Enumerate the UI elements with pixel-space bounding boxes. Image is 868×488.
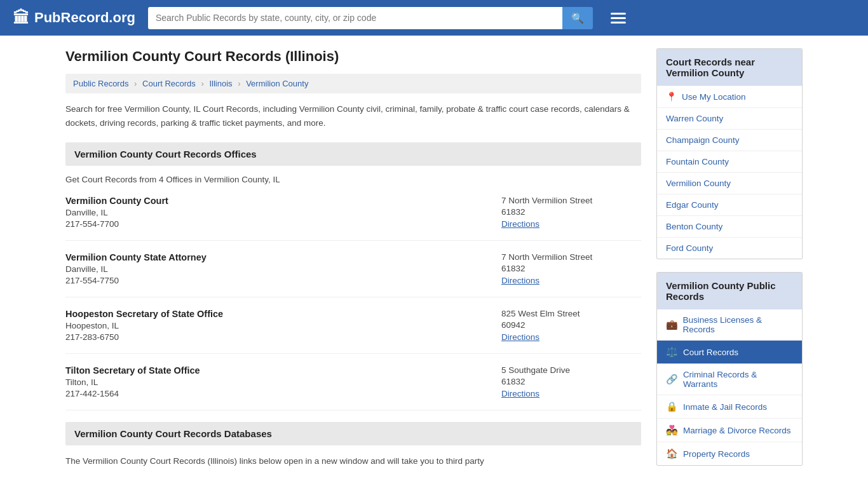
- offices-list: Vermilion County Court Danville, IL 217-…: [65, 196, 641, 410]
- pubrecords-item-0[interactable]: 💼 Business Licenses & Records: [657, 309, 802, 341]
- menu-button[interactable]: [611, 13, 626, 24]
- nearby-section: Court Records near Vermilion County 📍 Us…: [656, 48, 803, 259]
- office-address-2: 825 West Elm Street: [501, 309, 641, 318]
- office-right-3: 5 Southgate Drive 61832 Directions: [501, 365, 641, 398]
- sidebar-county-2[interactable]: Fountain County: [657, 151, 802, 173]
- use-location-label: Use My Location: [682, 92, 746, 102]
- office-entry: Tilton Secretary of State Office Tilton,…: [65, 365, 641, 410]
- office-right-0: 7 North Vermilion Street 61832 Direction…: [501, 196, 641, 229]
- office-directions-2[interactable]: Directions: [501, 332, 539, 342]
- pub-icon-3: 🔒: [666, 401, 678, 412]
- offices-section-header: Vermilion County Court Records Offices: [65, 142, 641, 166]
- pub-label-2: Criminal Records & Warrants: [683, 370, 793, 389]
- office-city-3: Tilton, IL: [65, 377, 489, 387]
- main-container: Vermilion County Court Records (Illinois…: [53, 36, 815, 481]
- pub-icon-0: 💼: [666, 319, 677, 330]
- pubrecords-item-5[interactable]: 🏠 Property Records: [657, 442, 802, 465]
- logo-text: PubRecord.org: [34, 10, 135, 26]
- databases-section-header: Vermilion County Court Records Databases: [65, 422, 641, 445]
- office-address-3: 5 Southgate Drive: [501, 365, 641, 375]
- office-left-3: Tilton Secretary of State Office Tilton,…: [65, 365, 489, 398]
- office-city-1: Danville, IL: [65, 264, 489, 274]
- sidebar-county-5[interactable]: Benton County: [657, 216, 802, 238]
- office-phone-2: 217-283-6750: [65, 332, 489, 342]
- pub-icon-5: 🏠: [666, 448, 678, 459]
- content-area: Vermilion County Court Records (Illinois…: [65, 48, 641, 468]
- search-form: 🔍: [148, 7, 593, 29]
- page-description: Search for free Vermilion County, IL Cou…: [65, 102, 641, 130]
- office-phone-1: 217-554-7750: [65, 276, 489, 285]
- office-directions-3[interactable]: Directions: [501, 389, 539, 398]
- office-zip-0: 61832: [501, 207, 641, 217]
- office-directions-0[interactable]: Directions: [501, 219, 539, 229]
- breadcrumb-vermilion[interactable]: Vermilion County: [246, 79, 308, 88]
- sidebar-county-4[interactable]: Edgar County: [657, 194, 802, 216]
- office-name-0: Vermilion County Court: [65, 196, 489, 206]
- sidebar-county-0[interactable]: Warren County: [657, 108, 802, 130]
- breadcrumb-sep-1: ›: [134, 79, 137, 88]
- nearby-counties-list: Warren CountyChampaign CountyFountain Co…: [657, 108, 802, 259]
- office-phone-3: 217-442-1564: [65, 389, 489, 398]
- site-header: 🏛 PubRecord.org 🔍: [0, 0, 868, 36]
- pubrecords-item-1[interactable]: ⚖️ Court Records: [657, 341, 802, 364]
- sidebar-county-1[interactable]: Champaign County: [657, 130, 802, 151]
- breadcrumb-sep-2: ›: [201, 79, 203, 88]
- search-button[interactable]: 🔍: [562, 7, 593, 29]
- search-input[interactable]: [148, 7, 562, 29]
- office-directions-1[interactable]: Directions: [501, 276, 539, 285]
- office-right-2: 825 West Elm Street 60942 Directions: [501, 309, 641, 342]
- logo-icon: 🏛: [13, 8, 29, 28]
- databases-description: The Vermilion County Court Records (Illi…: [65, 454, 641, 468]
- breadcrumb-court-records[interactable]: Court Records: [142, 79, 196, 88]
- breadcrumb: Public Records › Court Records › Illinoi…: [65, 74, 641, 93]
- breadcrumb-sep-3: ›: [238, 79, 240, 88]
- pubrecords-item-4[interactable]: 💑 Marriage & Divorce Records: [657, 419, 802, 442]
- location-icon: 📍: [666, 92, 677, 102]
- breadcrumb-illinois[interactable]: Illinois: [209, 79, 232, 88]
- pub-icon-1: ⚖️: [666, 346, 678, 358]
- office-zip-3: 61832: [501, 377, 641, 386]
- pub-label-5: Property Records: [683, 449, 750, 459]
- nearby-header: Court Records near Vermilion County: [657, 49, 802, 86]
- pub-label-4: Marriage & Divorce Records: [683, 426, 791, 435]
- office-name-3: Tilton Secretary of State Office: [65, 365, 489, 376]
- use-my-location[interactable]: 📍 Use My Location: [657, 86, 802, 108]
- sidebar-county-3[interactable]: Vermilion County: [657, 173, 802, 194]
- office-zip-1: 61832: [501, 264, 641, 273]
- office-address-0: 7 North Vermilion Street: [501, 196, 641, 205]
- pubrecords-header: Vermilion County Public Records: [657, 273, 802, 309]
- pubrecords-item-2[interactable]: 🔗 Criminal Records & Warrants: [657, 364, 802, 395]
- pubrecords-item-3[interactable]: 🔒 Inmate & Jail Records: [657, 395, 802, 419]
- office-right-1: 7 North Vermilion Street 61832 Direction…: [501, 252, 641, 285]
- sidebar: Court Records near Vermilion County 📍 Us…: [656, 48, 803, 468]
- office-phone-0: 217-554-7700: [65, 219, 489, 229]
- office-entry: Hoopeston Secretary of State Office Hoop…: [65, 309, 641, 354]
- office-left-1: Vermilion County State Attorney Danville…: [65, 252, 489, 285]
- office-name-1: Vermilion County State Attorney: [65, 252, 489, 262]
- office-city-2: Hoopeston, IL: [65, 321, 489, 330]
- breadcrumb-public-records[interactable]: Public Records: [73, 79, 128, 88]
- office-address-1: 7 North Vermilion Street: [501, 252, 641, 262]
- pub-label-3: Inmate & Jail Records: [683, 402, 767, 412]
- pub-icon-2: 🔗: [666, 374, 678, 385]
- office-left-2: Hoopeston Secretary of State Office Hoop…: [65, 309, 489, 342]
- office-name-2: Hoopeston Secretary of State Office: [65, 309, 489, 319]
- sidebar-county-6[interactable]: Ford County: [657, 238, 802, 259]
- page-title: Vermilion County Court Records (Illinois…: [65, 48, 641, 65]
- office-zip-2: 60942: [501, 320, 641, 330]
- office-entry: Vermilion County State Attorney Danville…: [65, 252, 641, 297]
- offices-count: Get Court Records from 4 Offices in Verm…: [65, 175, 641, 184]
- pubrecords-section: Vermilion County Public Records 💼 Busine…: [656, 272, 803, 466]
- pubrecords-items: 💼 Business Licenses & Records ⚖️ Court R…: [657, 309, 802, 465]
- office-left-0: Vermilion County Court Danville, IL 217-…: [65, 196, 489, 229]
- office-entry: Vermilion County Court Danville, IL 217-…: [65, 196, 641, 241]
- site-logo[interactable]: 🏛 PubRecord.org: [13, 8, 135, 28]
- office-city-0: Danville, IL: [65, 208, 489, 217]
- pub-icon-4: 💑: [666, 424, 678, 436]
- pub-label-0: Business Licenses & Records: [682, 315, 793, 334]
- pub-label-1: Court Records: [683, 348, 738, 357]
